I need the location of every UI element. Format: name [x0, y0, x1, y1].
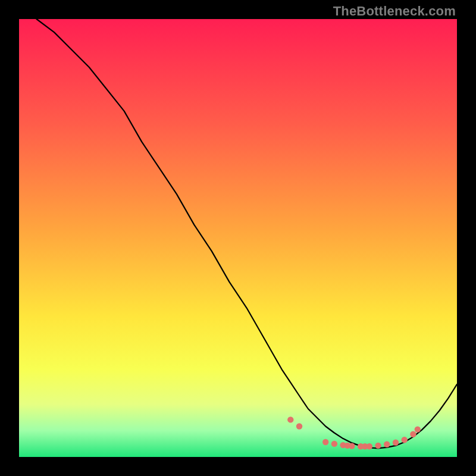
attribution-text: TheBottleneck.com: [333, 4, 456, 19]
data-point: [296, 423, 302, 429]
curve-line: [36, 19, 457, 448]
data-point: [393, 440, 399, 446]
plot-area: [19, 19, 457, 457]
dots-group: [287, 416, 421, 449]
data-point: [384, 441, 390, 447]
data-point: [415, 426, 421, 432]
data-point: [375, 443, 381, 449]
chart-container: TheBottleneck.com: [0, 0, 476, 476]
curve-group: [36, 19, 457, 448]
data-point: [410, 431, 416, 437]
data-point: [367, 443, 372, 449]
data-point: [322, 439, 328, 445]
data-point: [331, 441, 337, 447]
data-point: [287, 416, 293, 422]
data-point: [349, 443, 355, 449]
chart-svg: [19, 19, 457, 457]
data-point: [402, 437, 408, 443]
